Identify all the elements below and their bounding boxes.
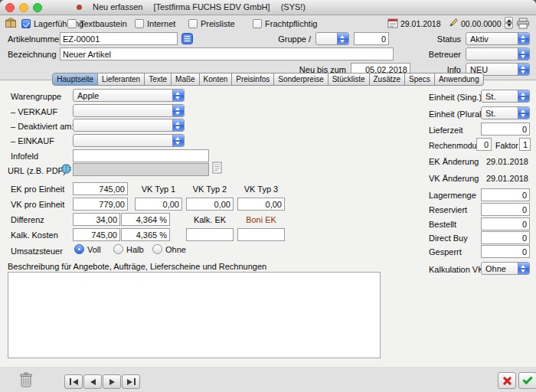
kalkulation-vk-select[interactable]: Ohne xyxy=(481,262,530,275)
status-select[interactable]: Aktiv xyxy=(466,32,530,45)
vk-typ1-header: VK Typ 1 xyxy=(135,185,182,194)
popup-arrows-icon xyxy=(518,107,529,119)
verkauf-select[interactable] xyxy=(73,104,185,117)
printer-icon[interactable] xyxy=(516,18,530,29)
bestellt-input[interactable] xyxy=(481,217,530,230)
vk-typ1-input[interactable] xyxy=(135,198,182,211)
vk-typ2-input[interactable] xyxy=(186,198,234,211)
tab-anwendung[interactable]: Anwendung xyxy=(435,73,484,86)
selected-value: Apple xyxy=(77,90,99,101)
checkbox-preisliste[interactable]: Preisliste xyxy=(188,18,235,29)
date-stepper[interactable] xyxy=(505,17,513,29)
url-label: URL (z.B. PDF) xyxy=(8,166,66,175)
next-record-button[interactable] xyxy=(103,374,121,389)
lagermenge-input[interactable] xyxy=(481,188,530,201)
arrow-left-icon xyxy=(90,379,96,385)
direct-buy-input[interactable] xyxy=(481,231,530,244)
checkbox-box xyxy=(253,19,262,28)
popup-arrows-icon xyxy=(337,33,348,44)
bezeichnung-input[interactable] xyxy=(60,47,394,60)
first-record-button[interactable] xyxy=(64,374,83,389)
infofeld-input[interactable] xyxy=(73,149,209,162)
close-window-button[interactable] xyxy=(5,3,15,12)
list-icon[interactable] xyxy=(181,33,193,44)
bestellt-label: Bestellt xyxy=(429,220,456,229)
tab-konten[interactable]: Konten xyxy=(200,73,233,86)
faktor-input[interactable] xyxy=(519,138,531,151)
radio-label: Halb xyxy=(126,245,144,254)
stepper-down-icon[interactable] xyxy=(505,23,513,29)
popup-arrows-icon xyxy=(518,33,529,44)
minimize-window-button[interactable] xyxy=(19,3,28,12)
ok-button[interactable] xyxy=(518,372,536,389)
vk-typ3-input[interactable] xyxy=(237,198,285,211)
gruppe-select[interactable] xyxy=(315,32,349,45)
einkauf-label: – EINKAUF xyxy=(11,136,54,145)
einheit-plural-select[interactable]: St. xyxy=(481,106,530,119)
globe-icon[interactable] xyxy=(61,164,71,174)
tab-specs[interactable]: Specs xyxy=(405,73,435,86)
warengruppe-label: Warengruppe xyxy=(11,92,61,101)
popup-arrows-icon xyxy=(518,48,529,60)
ek-pro-einheit-input[interactable] xyxy=(73,182,128,195)
zoom-window-button[interactable] xyxy=(33,3,42,12)
gesperrt-input[interactable] xyxy=(481,245,530,258)
warengruppe-select[interactable]: Apple xyxy=(73,89,185,102)
tab-lieferanten[interactable]: Lieferanten xyxy=(98,73,145,86)
checkbox-frachtpflichtig[interactable]: Frachtpflichtig xyxy=(253,18,317,29)
window-title-company: [Testfirma FUCHS EDV GmbH] xyxy=(153,2,270,11)
lieferzeit-input[interactable] xyxy=(481,122,530,136)
einheit-sing-label: Einheit (Sing.) xyxy=(429,93,482,102)
bezeichnung-label: Bezeichnung xyxy=(8,50,57,59)
popup-arrows-icon xyxy=(172,90,184,101)
url-input[interactable] xyxy=(73,163,209,176)
ek-pro-einheit-label: EK pro Einheit xyxy=(11,185,64,194)
kalk-kosten-percent-input[interactable] xyxy=(121,228,170,241)
cancel-button[interactable] xyxy=(498,372,516,389)
tab-zusaetze[interactable]: Zusätze xyxy=(370,73,406,86)
checkbox-textbaustein[interactable]: Textbaustein xyxy=(67,18,127,29)
checkbox-box xyxy=(188,19,198,28)
package-icon xyxy=(5,17,17,28)
differenz-input[interactable] xyxy=(73,213,120,226)
reserviert-input[interactable] xyxy=(481,203,530,216)
tab-stueckliste[interactable]: Stückliste xyxy=(328,73,370,86)
ek-aenderung-value: 29.01.2018 xyxy=(467,157,528,166)
stepper-up-icon[interactable] xyxy=(505,17,513,23)
betreuer-select[interactable] xyxy=(466,47,530,60)
tab-sonderpreise[interactable]: Sonderpreise xyxy=(274,73,328,86)
boni-ek-header: Boni EK xyxy=(237,215,285,224)
verkauf-label: – VERKAUF xyxy=(11,107,57,116)
kalk-kosten-input[interactable] xyxy=(73,228,120,241)
tab-preisinfos[interactable]: Preisinfos xyxy=(232,73,274,86)
previous-record-button[interactable] xyxy=(83,374,102,389)
boni-ek-input[interactable] xyxy=(237,228,285,241)
selected-value: Ohne xyxy=(485,263,506,274)
checkbox-internet[interactable]: Internet xyxy=(135,18,175,29)
tab-hauptseite[interactable]: Hauptseite xyxy=(52,73,98,86)
beschreibung-textarea[interactable] xyxy=(8,272,381,358)
tab-masse[interactable]: Maße xyxy=(172,73,200,86)
document-icon[interactable] xyxy=(212,162,222,174)
deaktiviert-select[interactable] xyxy=(73,119,185,132)
selected-value: Aktiv xyxy=(470,34,489,44)
einheit-sing-select[interactable]: St. xyxy=(481,90,530,103)
radio-label: Ohne xyxy=(165,245,186,254)
trash-icon[interactable] xyxy=(19,372,33,388)
ust-voll-radio[interactable]: Voll xyxy=(74,244,101,254)
vk-pro-einheit-input[interactable] xyxy=(73,198,128,211)
radio-label: Voll xyxy=(87,245,101,254)
last-record-button[interactable] xyxy=(122,374,140,389)
tab-texte[interactable]: Texte xyxy=(145,73,172,86)
artikelnummer-input[interactable] xyxy=(60,32,178,45)
ust-halb-radio[interactable]: Halb xyxy=(113,244,144,254)
window-title-text: Neu erfassen xyxy=(93,2,142,11)
einkauf-select[interactable] xyxy=(73,134,185,147)
arrow-right-icon xyxy=(109,379,115,385)
ust-ohne-radio[interactable]: Ohne xyxy=(152,244,186,254)
rechenmodus-input[interactable] xyxy=(476,138,492,151)
gruppe-number-input[interactable] xyxy=(354,32,389,45)
differenz-percent-input[interactable] xyxy=(121,213,170,226)
gesperrt-label: Gesperrt xyxy=(429,247,462,256)
kalk-ek-input[interactable] xyxy=(186,228,234,241)
